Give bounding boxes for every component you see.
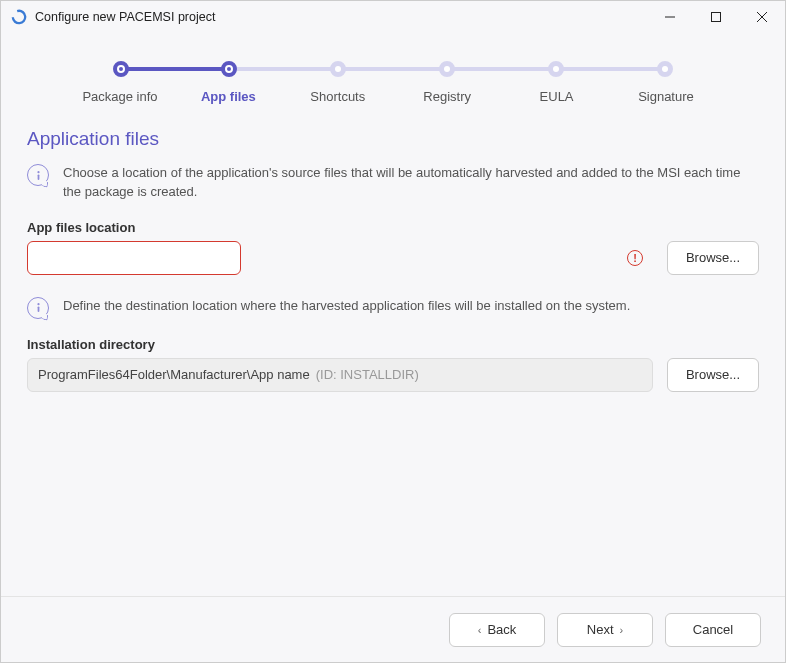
- install-dir-path: ProgramFiles64Folder\Manufacturer\App na…: [38, 367, 310, 382]
- browse-app-files-button[interactable]: Browse...: [667, 241, 759, 275]
- step-label-signature[interactable]: Signature: [621, 89, 711, 104]
- error-icon: !: [627, 250, 643, 266]
- browse-install-dir-button[interactable]: Browse...: [667, 358, 759, 392]
- minimize-button[interactable]: [647, 1, 693, 33]
- step-label-package-info[interactable]: Package info: [75, 89, 165, 104]
- footer-nav: ‹ Back Next › Cancel: [1, 596, 785, 662]
- svg-point-7: [37, 303, 39, 305]
- info-icon: [27, 164, 49, 186]
- svg-point-5: [37, 171, 39, 173]
- stepper: Package info App files Shortcuts Registr…: [1, 61, 785, 104]
- app-files-location-label: App files location: [27, 220, 759, 235]
- installation-directory-label: Installation directory: [27, 337, 759, 352]
- window-controls: [647, 1, 785, 33]
- step-dot-package-info[interactable]: [113, 61, 129, 77]
- page-title: Application files: [27, 128, 759, 150]
- cancel-button[interactable]: Cancel: [665, 613, 761, 647]
- info-icon: [27, 297, 49, 319]
- window-title: Configure new PACEMSI project: [35, 10, 215, 24]
- close-button[interactable]: [739, 1, 785, 33]
- svg-point-0: [11, 9, 27, 25]
- svg-rect-6: [37, 174, 39, 180]
- chevron-left-icon: ‹: [478, 624, 482, 636]
- maximize-button[interactable]: [693, 1, 739, 33]
- app-files-location-input[interactable]: [27, 241, 241, 275]
- step-label-app-files[interactable]: App files: [183, 89, 273, 104]
- step-label-eula[interactable]: EULA: [512, 89, 602, 104]
- info-text-install-dir: Define the destination location where th…: [63, 297, 630, 316]
- next-button[interactable]: Next ›: [557, 613, 653, 647]
- app-logo-icon: [11, 9, 27, 25]
- svg-rect-2: [712, 13, 721, 22]
- titlebar: Configure new PACEMSI project: [1, 1, 785, 33]
- step-dot-registry[interactable]: [439, 61, 455, 77]
- installation-directory-input[interactable]: ProgramFiles64Folder\Manufacturer\App na…: [27, 358, 653, 392]
- content-area: Application files Choose a location of t…: [1, 104, 785, 596]
- back-label: Back: [487, 622, 516, 637]
- info-text-app-files: Choose a location of the application's s…: [63, 164, 759, 202]
- step-dot-signature[interactable]: [657, 61, 673, 77]
- step-dot-app-files[interactable]: [221, 61, 237, 77]
- install-dir-id: (ID: INSTALLDIR): [316, 367, 419, 382]
- chevron-right-icon: ›: [620, 624, 624, 636]
- info-row-install-dir: Define the destination location where th…: [27, 297, 759, 319]
- svg-rect-8: [37, 307, 39, 313]
- next-label: Next: [587, 622, 614, 637]
- step-dot-eula[interactable]: [548, 61, 564, 77]
- step-dot-shortcuts[interactable]: [330, 61, 346, 77]
- step-label-shortcuts[interactable]: Shortcuts: [293, 89, 383, 104]
- step-label-registry[interactable]: Registry: [402, 89, 492, 104]
- info-row-app-files: Choose a location of the application's s…: [27, 164, 759, 202]
- back-button[interactable]: ‹ Back: [449, 613, 545, 647]
- cancel-label: Cancel: [693, 622, 733, 637]
- stepper-track: [113, 61, 673, 77]
